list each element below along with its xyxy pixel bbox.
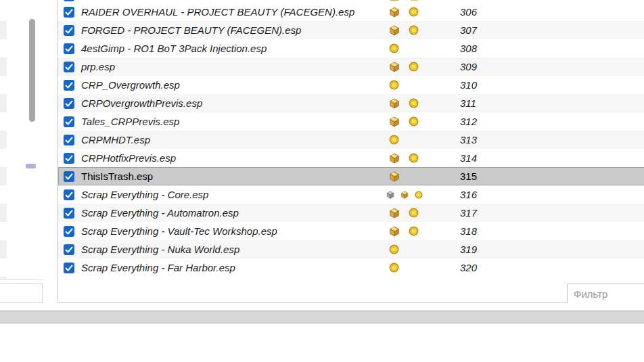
left-list-row-stripe: [0, 21, 7, 39]
plugin-name: CRPMHDT.esp: [81, 134, 150, 145]
checkmark-icon: [64, 226, 74, 237]
plugin-priority: 314: [460, 149, 477, 167]
gray-box-icon: [386, 191, 394, 199]
plugin-name: Scrap Everything - Vault-Tec Workshop.es…: [81, 225, 277, 237]
plugin-enabled-checkbox[interactable]: [64, 208, 74, 219]
package-icon: [389, 7, 400, 18]
plugin-name: prp.esp: [81, 61, 115, 72]
coin-icon: [409, 208, 419, 218]
status-bar: [0, 311, 644, 323]
checkmark-icon: [64, 43, 74, 54]
plugin-flags: [389, 258, 399, 277]
coin-icon: [409, 98, 419, 108]
plugin-row[interactable]: Scrap Everything - Vault-Tec Workshop.es…: [58, 222, 644, 240]
plugin-enabled-checkbox[interactable]: [64, 189, 74, 200]
plugin-row[interactable]: Scrap Everything - Nuka World.esp 319: [58, 240, 644, 258]
plugin-enabled-checkbox[interactable]: [64, 116, 74, 127]
plugin-enabled-checkbox[interactable]: [64, 226, 74, 237]
plugin-row[interactable]: Tales_CRPPrevis.esp 312: [58, 112, 644, 131]
plugin-name: Tales_CRPPrevis.esp: [81, 116, 179, 127]
left-panel-divider: [0, 279, 43, 280]
plugin-enabled-checkbox[interactable]: [64, 25, 74, 36]
plugin-enabled-checkbox[interactable]: [64, 135, 74, 145]
plugin-row[interactable]: CRPHotfixPrevis.esp 314: [58, 149, 644, 167]
partial-package-icon: [390, 0, 398, 1]
plugin-row[interactable]: Scrap Everything - Far Harbor.esp 320: [58, 258, 644, 277]
plugin-name: 4estGimp - RO1 BoT 3Pack Injection.esp: [81, 43, 267, 54]
partial-checkbox: [64, 0, 74, 1]
plugin-priority: 320: [460, 258, 477, 277]
coin-icon: [409, 116, 419, 127]
checkmark-icon: [64, 80, 74, 91]
coin-icon: [389, 135, 399, 145]
plugin-enabled-checkbox[interactable]: [64, 98, 74, 109]
plugin-row[interactable]: CRPMHDT.esp 313: [58, 131, 644, 149]
plugin-flags: [389, 167, 400, 185]
plugin-row[interactable]: CRPOvergrowthPrevis.esp 311: [58, 94, 644, 112]
checkmark-icon: [64, 208, 74, 219]
plugin-priority: 306: [460, 3, 477, 21]
plugin-enabled-checkbox[interactable]: [64, 7, 74, 18]
plugin-flags: [389, 21, 419, 39]
package-icon: [389, 116, 400, 127]
plugin-name: CRPOvergrowthPrevis.esp: [81, 97, 202, 109]
left-list-row-stripe: [0, 58, 7, 76]
package-icon: [389, 25, 400, 36]
plugin-row[interactable]: 4estGimp - RO1 BoT 3Pack Injection.esp 3…: [58, 39, 644, 58]
coin-icon: [389, 80, 399, 90]
plugin-flags: [389, 76, 399, 94]
plugin-row[interactable]: FORGED - PROJECT BEAUTY (FACEGEN).esp 30…: [58, 21, 644, 39]
checkmark-icon: [64, 62, 74, 72]
plugin-list: RAIDER OVERHAUL - PROJECT BEAUTY (FACEGE…: [58, 0, 644, 277]
left-list-row-stripe: [0, 167, 7, 185]
plugin-priority: 317: [460, 204, 477, 222]
plugin-row[interactable]: RAIDER OVERHAUL - PROJECT BEAUTY (FACEGE…: [58, 3, 644, 21]
plugin-enabled-checkbox[interactable]: [64, 263, 74, 273]
plugin-flags: [389, 131, 399, 149]
plugin-flags: [389, 204, 419, 222]
plugin-flags: [389, 222, 419, 240]
partial-coin-icon: [411, 0, 418, 1]
vertical-scrollbar-thumb[interactable]: [29, 19, 35, 122]
plugin-flags: [389, 112, 419, 131]
plugin-enabled-checkbox[interactable]: [64, 153, 74, 164]
coin-icon: [409, 25, 419, 35]
checkmark-icon: [64, 116, 74, 127]
plugin-flags: [389, 39, 399, 58]
plugin-priority: 318: [460, 222, 477, 240]
checkmark-icon: [64, 171, 74, 182]
checkmark-icon: [64, 7, 74, 18]
plugin-row[interactable]: Scrap Everything - Automatron.esp 317: [58, 204, 644, 222]
plugin-enabled-checkbox[interactable]: [64, 62, 74, 72]
plugin-filter-input[interactable]: [568, 284, 644, 303]
checkmark-icon: [64, 263, 74, 273]
plugin-row[interactable]: prp.esp 309: [58, 58, 644, 76]
plugin-flags: [389, 3, 419, 21]
plugin-name: CRPHotfixPrevis.esp: [81, 152, 176, 164]
plugin-enabled-checkbox[interactable]: [64, 244, 74, 255]
plugin-enabled-checkbox[interactable]: [64, 43, 74, 54]
checkmark-icon: [64, 189, 74, 200]
plugin-row[interactable]: CRP_Overgrowth.esp 310: [58, 76, 644, 94]
coin-icon: [409, 62, 419, 72]
splitter-handle[interactable]: [26, 164, 36, 168]
package-icon: [389, 171, 400, 182]
plugin-priority: 319: [460, 240, 477, 258]
plugin-name: FORGED - PROJECT BEAUTY (FACEGEN).esp: [81, 24, 301, 36]
checkmark-icon: [64, 135, 74, 145]
checkmark-icon: [64, 98, 74, 109]
plugin-list-panel: RAIDER OVERHAUL - PROJECT BEAUTY (FACEGE…: [58, 0, 644, 303]
left-filter-box[interactable]: [0, 284, 43, 303]
plugin-priority: 311: [460, 94, 476, 112]
coin-icon: [409, 153, 419, 163]
checkmark-icon: [64, 25, 74, 36]
plugin-enabled-checkbox[interactable]: [64, 80, 74, 91]
plugin-priority: 315: [460, 167, 477, 185]
plugin-row[interactable]: Scrap Everything - Core.esp 316: [58, 185, 644, 204]
plugin-row[interactable]: ThisIsTrash.esp 315: [58, 167, 644, 185]
coin-icon: [389, 43, 399, 53]
package-icon: [389, 62, 400, 72]
plugin-enabled-checkbox[interactable]: [64, 171, 74, 182]
plugin-name: CRP_Overgrowth.esp: [81, 79, 180, 91]
plugin-priority: 316: [460, 185, 477, 204]
